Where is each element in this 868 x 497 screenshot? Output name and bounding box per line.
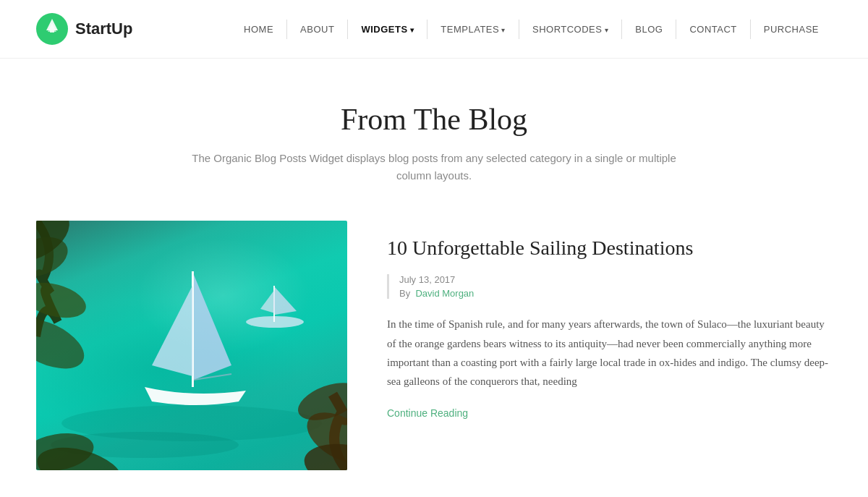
post-image [36, 221, 347, 470]
svg-marker-12 [152, 286, 192, 376]
nav-home[interactable]: HOME [231, 20, 287, 39]
blog-post: 10 Unforgettable Sailing Destinations Ju… [36, 221, 832, 470]
svg-marker-11 [194, 275, 231, 380]
blog-section-subtitle: The Organic Blog Posts Widget displays b… [181, 150, 687, 184]
nav-widgets[interactable]: WIDGETS [348, 20, 427, 39]
post-author-link[interactable]: David Morgan [415, 288, 474, 299]
site-logo[interactable]: StartUp [36, 13, 132, 45]
nav-about[interactable]: ABOUT [287, 20, 348, 39]
blog-section-title: From The Blog [36, 102, 832, 137]
nav-templates[interactable]: TEMPLATES [427, 20, 519, 39]
svg-rect-3 [50, 30, 54, 33]
nav-shortcodes[interactable]: SHORTCODES [519, 20, 622, 39]
nav-contact[interactable]: CONTACT [676, 20, 750, 39]
sailing-scene-svg [36, 221, 347, 470]
blog-section-header: From The Blog The Organic Blog Posts Wid… [36, 102, 832, 184]
post-author-prefix: By [399, 288, 410, 299]
post-image-wrapper [36, 221, 347, 470]
post-meta: July 13, 2017 By David Morgan [387, 274, 832, 299]
svg-marker-8 [275, 287, 297, 315]
main-nav: HOME ABOUT WIDGETS TEMPLATES SHORTCODES … [231, 20, 832, 39]
main-content: From The Blog The Organic Blog Posts Wid… [0, 59, 868, 497]
continue-reading-link[interactable]: Continue Reading [387, 407, 468, 419]
post-date: July 13, 2017 [399, 274, 832, 285]
logo-icon [36, 13, 68, 45]
post-excerpt: In the time of Spanish rule, and for man… [387, 315, 832, 391]
post-author: By David Morgan [399, 288, 832, 299]
site-header: StartUp HOME ABOUT WIDGETS TEMPLATES SHO… [0, 0, 868, 59]
svg-marker-9 [260, 289, 275, 313]
logo-text: StartUp [75, 20, 132, 38]
post-title: 10 Unforgettable Sailing Destinations [387, 235, 832, 261]
nav-blog[interactable]: BLOG [622, 20, 676, 39]
post-content-area: 10 Unforgettable Sailing Destinations Ju… [387, 221, 832, 420]
nav-purchase[interactable]: PURCHASE [751, 20, 832, 39]
